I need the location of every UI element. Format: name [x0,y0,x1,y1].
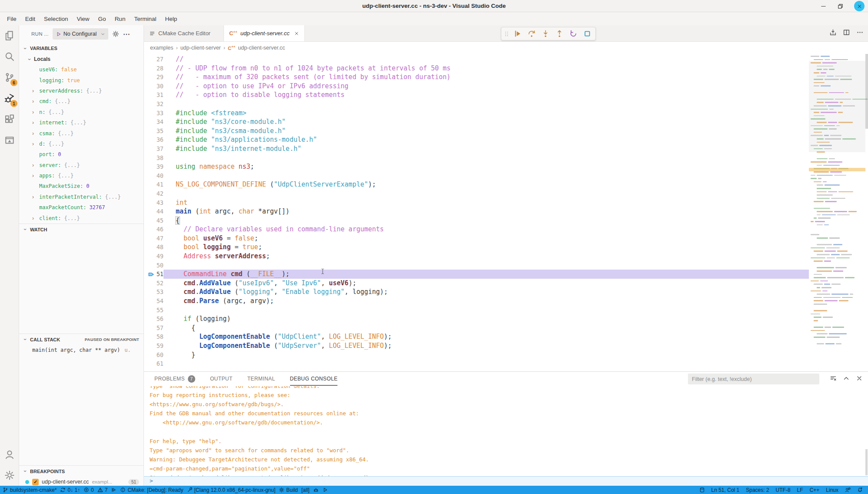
status-cmake-debug[interactable] [313,486,319,494]
line-number[interactable]: 30 [144,82,164,91]
line-text[interactable]: int [164,198,809,207]
variable-row[interactable]: logging:true [19,75,144,85]
panel-scrollbar[interactable] [865,449,868,475]
line-number[interactable]: 60 [144,350,164,360]
tab-udp-client-server-cc[interactable]: C++udp-client-server.cc [224,25,305,41]
expand-chevron-icon[interactable]: › [32,194,39,200]
code-line[interactable]: 48 bool logging = true; [144,243,809,252]
line-text[interactable]: LogComponentEnable ("UdpServer", LOG_LEV… [164,341,809,350]
line-text[interactable]: bool useV6 = false; [164,234,809,243]
open-changes-icon[interactable] [829,29,837,36]
line-number[interactable]: 37 [144,144,164,154]
line-text[interactable]: // - UDP flow from n0 to n1 of 1024 byte… [164,64,809,73]
line-number[interactable]: 29 [144,73,164,82]
status-notifications[interactable] [857,486,863,494]
line-text[interactable]: main (int argc, char *argv[]) [164,207,809,216]
menu-go[interactable]: Go [94,12,110,25]
line-number[interactable]: 41 [144,180,164,189]
code-line[interactable]: 44main (int argc, char *argv[]) [144,207,809,216]
status-indentation[interactable]: Spaces: 2 [746,486,769,494]
line-text[interactable]: using namespace ns3; [164,162,809,171]
variable-row[interactable]: useV6:false [19,64,144,75]
code-line[interactable]: 54 cmd.Parse (argc, argv); [144,297,809,306]
code-line[interactable]: 27// [144,55,809,64]
menu-terminal[interactable]: Terminal [130,12,160,25]
line-text[interactable] [164,100,809,109]
breadcrumb-item[interactable]: udp-client-server.cc [238,45,285,51]
line-text[interactable]: cmd.Parse (argc, argv); [164,297,809,306]
line-number[interactable]: 42 [144,189,164,198]
line-text[interactable] [164,261,809,270]
menu-help[interactable]: Help [160,12,181,25]
status-os-indicator[interactable]: Linux [826,486,838,494]
status-cursor-position[interactable]: Ln 51, Col 1 [711,486,740,494]
breadcrumb-item[interactable]: examples [150,45,174,51]
line-text[interactable]: LogComponentEnable ("UdpClient", LOG_LEV… [164,332,809,341]
debug-console-input[interactable]: > [144,476,868,486]
status-db-status[interactable] [699,486,705,494]
line-text[interactable]: { [164,324,809,333]
menu-selection[interactable]: Selection [40,12,73,25]
launch-config-value[interactable]: No Configural [63,31,98,37]
status-cmake-kit[interactable]: [Clang 12.0.0 x86_64-pc-linux-gnu] [187,486,276,494]
line-text[interactable]: // Declare variables used in command-lin… [164,225,809,234]
line-number[interactable]: 31 [144,90,164,100]
line-number[interactable]: 33 [144,109,164,118]
line-text[interactable]: // - option to disable logging statement… [164,90,809,100]
code-line[interactable]: 29// - maximum of 320 packets sent (or l… [144,73,809,82]
code-line[interactable]: 35#include "ns3/csma-module.h" [144,127,809,136]
minimize-icon[interactable] [820,3,827,10]
status-git-branch[interactable]: buildsystem-cmake* [3,486,57,494]
code-line[interactable]: 43int [144,198,809,207]
status-errors[interactable]: 0 [83,486,94,494]
code-line[interactable]: 50 [144,261,809,270]
status-encoding[interactable]: UTF-8 [776,486,791,494]
line-text[interactable]: // - option to use IPv4 or IPv6 addressi… [164,82,809,91]
code-line[interactable]: 51 CommandLine cmd (__FILE__); [144,270,809,279]
split-editor-icon[interactable] [843,29,850,36]
line-text[interactable]: #include "ns3/core-module.h" [164,117,809,127]
activity-explorer[interactable] [0,25,19,46]
line-text[interactable]: // - maximum of 320 packets sent (or lim… [164,73,809,82]
code-line[interactable]: 55 [144,306,809,315]
line-text[interactable]: // [164,55,809,64]
line-text[interactable]: #include "ns3/internet-module.h" [164,144,809,154]
stop-button[interactable] [581,28,594,40]
line-text[interactable] [164,154,809,163]
line-number[interactable]: 58 [144,332,164,341]
minimap[interactable] [809,54,865,358]
call-stack-header[interactable]: › CALL STACK PAUSED ON BREAKPOINT [19,334,144,345]
code-line[interactable]: 31// - option to disable logging stateme… [144,90,809,100]
breadcrumb-item[interactable]: udp-client-server [180,45,221,51]
breakpoint-checkbox[interactable]: ✓ [32,479,39,485]
line-number[interactable]: 46 [144,225,164,234]
code-line[interactable]: 30// - option to use IPv4 or IPv6 addres… [144,82,809,91]
line-number[interactable]: 28 [144,64,164,73]
code-line[interactable]: 49 Address serverAddress; [144,252,809,261]
expand-chevron-icon[interactable]: › [32,98,39,104]
restart-button[interactable] [567,28,580,40]
expand-chevron-icon[interactable]: › [32,109,39,115]
clear-console-icon[interactable] [830,375,837,382]
code-line[interactable]: 59 LogComponentEnable ("UdpServer", LOG_… [144,341,809,350]
line-text[interactable]: cmd.AddValue ("logging", "Enable logging… [164,287,809,297]
line-number[interactable]: 52 [144,279,164,288]
code-line[interactable]: 53 cmd.AddValue ("logging", "Enable logg… [144,287,809,297]
line-text[interactable] [164,359,809,368]
variable-row[interactable]: ›client:{...} [19,213,144,223]
console-filter-input[interactable] [688,374,819,384]
code-line[interactable]: 33#include <fstream> [144,109,809,118]
expand-chevron-icon[interactable]: › [32,88,39,94]
line-text[interactable]: if (logging) [164,314,809,324]
variable-row[interactable]: ›d:{...} [19,139,144,149]
menu-view[interactable]: View [73,12,94,25]
line-number[interactable]: 45 [144,216,164,225]
status-eol[interactable]: LF [797,486,803,494]
line-number[interactable]: 56 [144,314,164,324]
code-line[interactable]: 34#include "ns3/core-module.h" [144,117,809,127]
status-cmake-build[interactable]: Build [279,486,298,494]
line-number[interactable]: 27 [144,55,164,64]
expand-chevron-icon[interactable]: › [32,215,39,221]
line-number[interactable]: 36 [144,135,164,144]
line-text[interactable]: } [164,350,809,360]
